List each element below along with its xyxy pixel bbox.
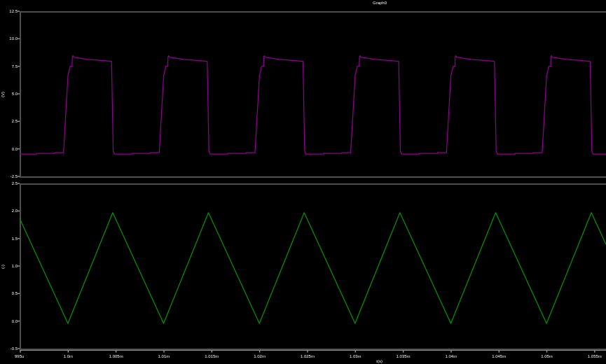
svg-text:5.0: 5.0	[12, 92, 18, 96]
svg-text:1.04m: 1.04m	[446, 354, 457, 358]
svg-text:10.0: 10.0	[9, 36, 18, 41]
svg-text:Graph0: Graph0	[373, 1, 387, 5]
svg-text:995u: 995u	[15, 354, 24, 358]
svg-text:1.005m: 1.005m	[109, 354, 123, 358]
svg-text:1.5: 1.5	[12, 237, 18, 241]
svg-text:-0.5: -0.5	[11, 346, 18, 351]
svg-text:1.0m: 1.0m	[64, 354, 73, 358]
svg-text:2.0: 2.0	[12, 209, 18, 213]
svg-text:t(s): t(s)	[376, 359, 383, 363]
svg-text:(V): (V)	[1, 92, 5, 97]
svg-text:1.0: 1.0	[12, 264, 18, 268]
svg-text:2.5: 2.5	[12, 119, 18, 123]
svg-text:1.035m: 1.035m	[397, 354, 411, 358]
svg-text:1.05m: 1.05m	[541, 354, 553, 358]
svg-text:1.045m: 1.045m	[492, 354, 506, 358]
svg-text:7.5: 7.5	[12, 64, 18, 69]
svg-text:1.01m: 1.01m	[158, 354, 170, 358]
svg-text:0.0: 0.0	[12, 147, 18, 151]
svg-text:1.025m: 1.025m	[301, 354, 315, 358]
svg-text:-2.5: -2.5	[11, 174, 18, 178]
svg-text:1.015m: 1.015m	[205, 354, 219, 358]
svg-text:(-): (-)	[1, 265, 5, 269]
svg-text:1.03m: 1.03m	[350, 354, 361, 358]
svg-text:2.5: 2.5	[12, 181, 18, 186]
svg-text:1.055m: 1.055m	[588, 354, 602, 358]
svg-text:0.0: 0.0	[12, 319, 18, 323]
svg-text:0.5: 0.5	[12, 291, 18, 295]
svg-text:1.02m: 1.02m	[254, 354, 266, 358]
svg-text:12.5: 12.5	[9, 9, 18, 13]
